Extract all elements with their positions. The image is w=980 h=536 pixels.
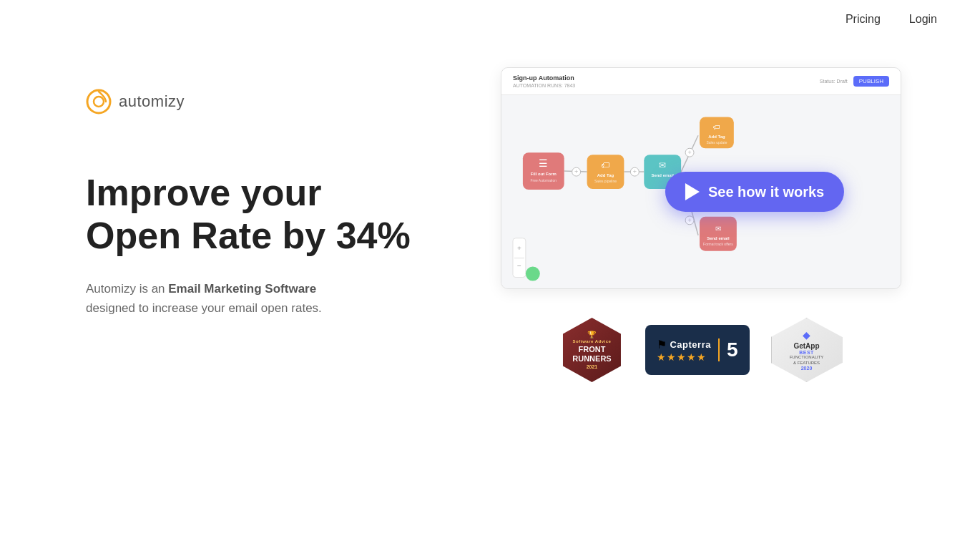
svg-text:Sales update: Sales update: [706, 140, 727, 145]
svg-rect-33: [513, 238, 526, 278]
svg-text:+: +: [517, 244, 521, 252]
svg-line-2: [564, 171, 587, 172]
login-link[interactable]: Login: [909, 13, 937, 26]
hero-headline: Improve your Open Rate by 34%: [86, 172, 458, 258]
capterra-flag-icon: ⚑: [657, 338, 667, 351]
badges-section: 🏆 Software Advice FRONTRUNNERS 2021 ⚑ Ca…: [559, 318, 842, 382]
svg-point-37: [526, 267, 540, 281]
svg-text:Free Automation: Free Automation: [531, 178, 557, 182]
sa-year-label: 2021: [587, 364, 598, 369]
svg-text:Add Tag: Add Tag: [708, 135, 725, 139]
screenshot-canvas: + + + + ☰ Fill out Form Free Automation …: [501, 95, 901, 288]
header: Pricing Login: [0, 0, 980, 39]
getapp-year-label: 2020: [801, 366, 813, 371]
svg-text:Sales pipeline: Sales pipeline: [594, 179, 617, 183]
capterra-badge: ⚑ Capterra ★★★★★ 5: [645, 325, 749, 375]
svg-text:🏷: 🏷: [713, 123, 720, 131]
software-advice-badge: 🏆 Software Advice FRONTRUNNERS 2021: [559, 318, 624, 382]
svg-text:🏷: 🏷: [601, 160, 609, 170]
hero-subtext: Automizy is an Email Marketing Software …: [86, 279, 358, 318]
capterra-stars: ★★★★★: [657, 351, 710, 363]
getapp-badge: ◆ GetApp BEST FUNCTIONALITY& FEATURES 20…: [771, 318, 843, 382]
topbar-sub: AUTOMATION RUNS: 7843: [513, 83, 575, 88]
svg-point-12: [685, 216, 694, 225]
getapp-name: GetApp: [793, 342, 819, 350]
getapp-ff-label: FUNCTIONALITY& FEATURES: [790, 355, 824, 365]
sa-icon: 🏆: [587, 331, 596, 338]
diamond-shape: ◆ GetApp BEST FUNCTIONALITY& FEATURES 20…: [771, 318, 843, 382]
svg-rect-25: [700, 117, 734, 148]
svg-text:Send email: Send email: [707, 236, 730, 240]
capterra-text: Capterra: [670, 339, 710, 350]
svg-rect-18: [587, 155, 624, 189]
svg-point-6: [572, 167, 581, 176]
svg-text:+: +: [574, 168, 578, 175]
svg-text:✉: ✉: [715, 225, 721, 233]
screenshot-topbar: Sign-up Automation AUTOMATION RUNS: 7843…: [501, 68, 901, 95]
topbar-title: Sign-up Automation: [513, 74, 575, 82]
capterra-logo: ⚑ Capterra ★★★★★: [657, 338, 710, 363]
svg-point-8: [630, 167, 639, 176]
right-panel: Sign-up Automation AUTOMATION RUNS: 7843…: [501, 67, 901, 382]
svg-text:+: +: [687, 217, 691, 224]
play-text: See how it works: [708, 184, 824, 200]
play-button[interactable]: See how it works: [665, 172, 844, 212]
logo-text: automizy: [119, 92, 185, 111]
svg-text:+: +: [687, 149, 691, 156]
hexagon-shape: 🏆 Software Advice FRONTRUNNERS 2021: [559, 318, 624, 382]
svg-text:Fill out Form: Fill out Form: [531, 172, 557, 176]
automizy-logo-icon: [86, 89, 112, 114]
sa-main-label: FRONTRUNNERS: [572, 345, 611, 362]
svg-text:✉: ✉: [659, 160, 666, 170]
app-screenshot: Sign-up Automation AUTOMATION RUNS: 7843…: [501, 67, 901, 289]
svg-text:Format track offers: Format track offers: [703, 242, 733, 246]
svg-point-10: [685, 148, 694, 157]
getapp-icon: ◆: [803, 329, 810, 341]
svg-point-1: [94, 97, 104, 107]
topbar-left: Sign-up Automation AUTOMATION RUNS: 7843: [513, 74, 575, 88]
svg-text:+: +: [633, 168, 637, 175]
svg-line-4: [681, 135, 698, 172]
capterra-flag: ⚑ Capterra: [657, 338, 710, 351]
left-panel: automizy Improve your Open Rate by 34% A…: [86, 67, 458, 318]
logo-area: automizy: [86, 89, 458, 114]
main-content: automizy Improve your Open Rate by 34% A…: [0, 67, 980, 382]
svg-text:☰: ☰: [539, 157, 548, 169]
pricing-link[interactable]: Pricing: [846, 13, 881, 26]
sa-top-label: Software Advice: [572, 339, 611, 343]
topbar-right: Status: Draft PUBLISH: [820, 76, 889, 87]
publish-button[interactable]: PUBLISH: [853, 76, 889, 87]
svg-text:−: −: [517, 262, 521, 270]
topbar-status: Status: Draft: [820, 79, 848, 84]
svg-rect-29: [700, 217, 737, 251]
svg-text:Add Tag: Add Tag: [597, 173, 614, 177]
play-triangle-icon: [685, 183, 700, 200]
getapp-best-label: BEST: [799, 350, 814, 355]
svg-rect-14: [523, 152, 564, 190]
capterra-number: 5: [718, 338, 738, 361]
